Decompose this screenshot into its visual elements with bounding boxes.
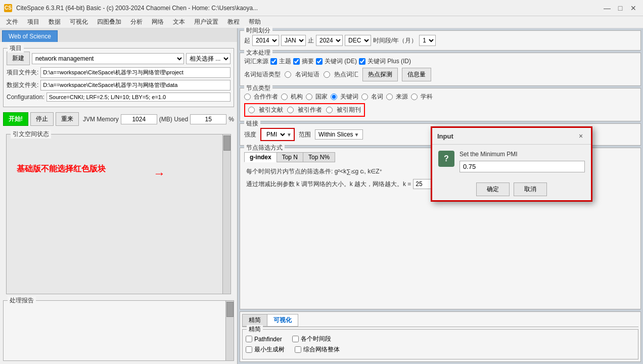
dialog-content: Set the Minimum PMI (460, 151, 585, 172)
dialog-title: Input (437, 132, 453, 140)
dialog-cancel-button[interactable]: 取消 (514, 183, 547, 196)
dialog-overlay: Input × ? Set the Minimum PMI 确定 取消 (0, 0, 643, 364)
dialog-value-input[interactable] (460, 161, 585, 172)
dialog-prompt: Set the Minimum PMI (460, 151, 585, 158)
dialog-body: ? Set the Minimum PMI (432, 145, 591, 178)
dialog-close-button[interactable]: × (576, 131, 586, 141)
dialog-title-bar: Input × (432, 128, 591, 145)
input-dialog: Input × ? Set the Minimum PMI 确定 取消 (431, 126, 592, 202)
dialog-buttons: 确定 取消 (432, 178, 591, 200)
dialog-icon: ? (438, 151, 454, 167)
dialog-confirm-button[interactable]: 确定 (476, 183, 510, 196)
